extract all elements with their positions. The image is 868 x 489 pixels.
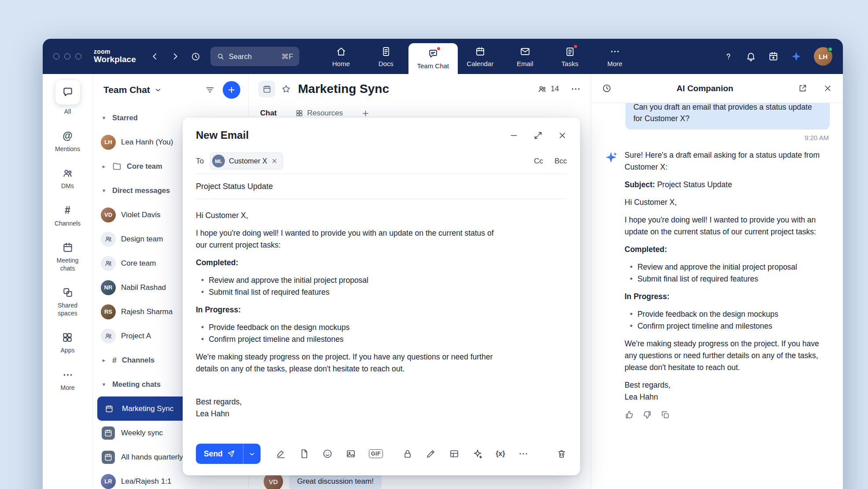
ai-feedback — [625, 410, 820, 419]
copy-button[interactable] — [661, 410, 670, 419]
plus-icon — [227, 85, 236, 94]
list-item: •Provide feedback on the design mockups — [196, 322, 502, 333]
expand-button[interactable] — [533, 131, 543, 140]
nav-tab-team-chat[interactable]: Team Chat — [408, 43, 458, 74]
ai-history-button[interactable] — [602, 83, 612, 93]
item-label: Rajesh Sharma — [121, 307, 173, 316]
window-close-dot[interactable] — [53, 53, 59, 59]
nav-tab-calendar[interactable]: Calendar — [458, 39, 503, 74]
notifications-button[interactable] — [746, 51, 756, 62]
member-count-value: 14 — [551, 85, 559, 93]
ai-companion-button[interactable] — [791, 51, 802, 62]
member-count[interactable]: 14 — [537, 84, 559, 94]
meeting-icon — [102, 426, 115, 440]
ai-close-button[interactable] — [823, 84, 832, 93]
thumbs-up-icon — [625, 410, 634, 419]
nav-tab-more[interactable]: More — [592, 39, 637, 74]
more-tools-button[interactable] — [518, 448, 529, 459]
item-label: Nabil Rashad — [121, 283, 166, 292]
zoom-workplace-logo: zoom Workplace — [94, 48, 136, 64]
encrypt-button[interactable] — [402, 448, 413, 459]
modal-header: New Email — [183, 118, 580, 148]
people-icon — [537, 84, 547, 94]
search-input[interactable]: Search ⌘F — [210, 47, 299, 66]
schedule-button[interactable] — [768, 51, 779, 62]
rail-item-channels[interactable]: # Channels — [55, 204, 81, 228]
tab-resources[interactable]: Resources — [295, 109, 343, 118]
discard-draft-button[interactable] — [556, 448, 567, 459]
remove-recipient-icon[interactable] — [271, 158, 278, 164]
subject-field[interactable]: Project Status Update — [196, 174, 567, 199]
rail-item-meeting-chats[interactable]: Meeting chats — [49, 241, 87, 272]
send-options-button[interactable] — [243, 444, 261, 464]
nav-tab-email[interactable]: Email — [503, 39, 548, 74]
avatar-initials: NR — [104, 284, 113, 291]
edit-button[interactable] — [426, 448, 436, 459]
tab-chat[interactable]: Chat — [260, 109, 277, 118]
ai-compose-button[interactable] — [472, 448, 483, 459]
filter-button[interactable] — [205, 85, 215, 95]
window-minimize-dot[interactable] — [64, 53, 70, 59]
rail-label: Channels — [55, 220, 81, 228]
people-icon — [62, 167, 74, 179]
new-chat-button[interactable] — [223, 81, 240, 99]
nav-tab-label: Team Chat — [417, 62, 449, 70]
send-button[interactable]: Send — [196, 444, 243, 464]
bcc-button[interactable]: Bcc — [555, 157, 567, 166]
list-item: •Review and approve the initial project … — [196, 274, 502, 286]
chat-more-button[interactable] — [570, 84, 581, 94]
ai-sparkle-icon — [604, 151, 618, 419]
insert-image-button[interactable] — [346, 448, 356, 459]
layout-button[interactable] — [449, 448, 460, 459]
layout-icon — [449, 448, 460, 459]
email-inprogress-list: •Provide feedback on the design mockups … — [196, 322, 502, 345]
avatar-initials: VD — [104, 211, 112, 218]
section-label: Channels — [122, 356, 154, 364]
new-email-modal: New Email To ML Customer — [183, 118, 580, 475]
ai-popout-button[interactable] — [798, 84, 807, 93]
recipient-chip[interactable]: ML Customer X — [210, 152, 283, 170]
help-button[interactable] — [723, 51, 734, 62]
caret-right-icon: ▸ — [101, 163, 107, 170]
meeting-calendar-icon[interactable] — [258, 81, 275, 97]
nav-tab-tasks[interactable]: Tasks — [548, 39, 592, 74]
user-avatar[interactable]: LH — [814, 47, 832, 66]
variables-button[interactable]: {x} — [496, 450, 505, 458]
ellipsis-icon — [518, 448, 529, 459]
apps-icon — [62, 331, 73, 344]
forward-button[interactable] — [170, 52, 180, 61]
window-zoom-dot[interactable] — [75, 53, 81, 59]
template-button[interactable] — [299, 448, 309, 459]
nav-tab-home[interactable]: Home — [319, 39, 364, 74]
thumbs-up-button[interactable] — [625, 410, 634, 419]
item-label: Lea/Rajesh 1:1 — [121, 477, 171, 486]
signature-button[interactable] — [276, 448, 286, 459]
close-button[interactable] — [558, 131, 567, 140]
emoji-button[interactable] — [322, 448, 333, 459]
window-controls[interactable] — [53, 53, 81, 59]
avatar-initials: LR — [104, 478, 112, 485]
to-field[interactable]: To ML Customer X Cc Bcc — [196, 148, 567, 174]
tab-add-button[interactable] — [361, 109, 370, 118]
chat-title: Marketing Sync — [298, 82, 389, 96]
meeting-icon — [102, 451, 115, 464]
minimize-button[interactable] — [509, 131, 519, 140]
chatlist-title-dropdown[interactable]: Team Chat — [103, 85, 162, 95]
thumbs-down-button[interactable] — [643, 410, 652, 419]
nav-tab-docs[interactable]: Docs — [364, 39, 408, 74]
rail-item-dms[interactable]: DMs — [61, 167, 74, 190]
left-rail: All @ Mentions DMs # Channels Meeting ch… — [43, 74, 93, 489]
gif-button[interactable]: GIF — [369, 449, 383, 458]
back-button[interactable] — [150, 52, 160, 61]
chevron-down-icon — [248, 450, 256, 458]
rail-item-shared-spaces[interactable]: Shared spaces — [49, 286, 87, 317]
rail-item-mentions[interactable]: @ Mentions — [55, 130, 80, 153]
close-icon — [558, 131, 567, 140]
email-body-editor[interactable]: Hi Customer X, I hope you're doing well!… — [183, 199, 580, 444]
cc-button[interactable]: Cc — [534, 157, 543, 166]
history-button[interactable] — [191, 52, 201, 62]
rail-item-more[interactable]: More — [61, 369, 75, 392]
rail-item-apps[interactable]: Apps — [61, 331, 75, 355]
rail-item-all[interactable]: All — [55, 79, 81, 116]
star-button[interactable] — [281, 84, 291, 94]
